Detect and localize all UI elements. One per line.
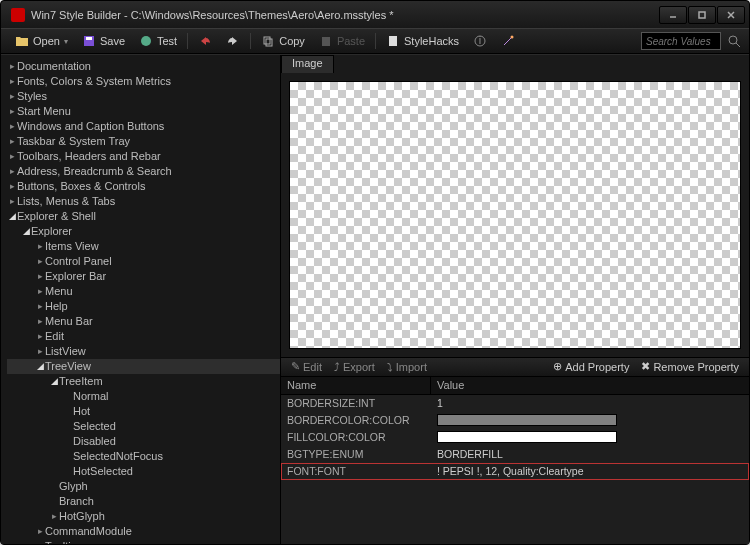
tree-item[interactable]: ◢Explorer [7,224,280,239]
tree-item[interactable]: ▸Menu [7,284,280,299]
tree-panel[interactable]: ▸Documentation▸Fonts, Colors & System Me… [1,55,281,544]
properties-list[interactable]: BORDERSIZE:INT1BORDERCOLOR:COLORFILLCOLO… [281,395,749,544]
info-button[interactable]: i [467,32,493,50]
tree-item[interactable]: ▸Taskbar & System Tray [7,134,280,149]
plus-icon: ⊕ [553,360,562,373]
tree-item[interactable]: Branch [7,494,280,509]
property-value[interactable]: BORDERFILL [431,448,749,460]
property-row[interactable]: FONT:FONT! PEPSI !, 12, Quality:Cleartyp… [281,463,749,480]
export-prop-button[interactable]: ⤴Export [330,360,379,374]
chevron-right-icon[interactable]: ▸ [7,134,17,149]
chevron-right-icon[interactable]: ▸ [35,284,45,299]
tree-item[interactable]: ◢TreeView [7,359,280,374]
tree-item-label: TreeItem [59,374,103,389]
chevron-right-icon[interactable]: ▸ [7,179,17,194]
tree-item[interactable]: ▸Edit [7,329,280,344]
tree-item[interactable]: ◢Explorer & Shell [7,209,280,224]
chevron-right-icon[interactable]: ▸ [35,524,45,539]
tree-item[interactable]: ▸CommandModule [7,524,280,539]
tree-item[interactable]: Selected [7,419,280,434]
tree-item[interactable]: ▸Tooltip [7,539,280,544]
tree-item[interactable]: ▸Styles [7,89,280,104]
property-row[interactable]: FILLCOLOR:COLOR [281,429,749,446]
chevron-right-icon[interactable]: ▸ [7,149,17,164]
color-swatch[interactable] [437,414,617,426]
tree-item[interactable]: ▸Documentation [7,59,280,74]
chevron-down-icon[interactable]: ◢ [7,209,17,224]
chevron-down-icon[interactable]: ◢ [21,224,31,239]
chevron-down-icon[interactable]: ◢ [35,359,45,374]
tree-item[interactable]: ▸Help [7,299,280,314]
col-name[interactable]: Name [281,377,431,394]
tree-item[interactable]: ▸ListView [7,344,280,359]
close-button[interactable] [717,6,745,24]
property-value[interactable] [431,431,749,443]
tree-item[interactable]: ▸Windows and Caption Buttons [7,119,280,134]
chevron-right-icon[interactable]: ▸ [7,104,17,119]
copy-button[interactable]: Copy [255,32,311,50]
chevron-right-icon[interactable]: ▸ [35,344,45,359]
tree-item[interactable]: HotSelected [7,464,280,479]
property-value[interactable]: 1 [431,397,749,409]
redo-button[interactable] [220,32,246,50]
tree-item[interactable]: ▸Fonts, Colors & System Metrics [7,74,280,89]
chevron-right-icon[interactable]: ▸ [35,314,45,329]
edit-prop-button[interactable]: ✎Edit [287,359,326,374]
search-icon[interactable] [727,34,741,48]
chevron-down-icon[interactable]: ◢ [49,374,59,389]
chevron-right-icon[interactable]: ▸ [35,239,45,254]
property-row[interactable]: BGTYPE:ENUMBORDERFILL [281,446,749,463]
tree-item[interactable]: ▸Menu Bar [7,314,280,329]
color-swatch[interactable] [437,431,617,443]
tree-item[interactable]: ▸Explorer Bar [7,269,280,284]
add-property-button[interactable]: ⊕Add Property [549,359,633,374]
image-tab[interactable]: Image [281,55,334,73]
chevron-right-icon[interactable]: ▸ [35,254,45,269]
stylehacks-button[interactable]: StyleHacks [380,32,465,50]
tree-item[interactable]: ▸Start Menu [7,104,280,119]
remove-property-button[interactable]: ✖Remove Property [637,359,743,374]
tree-item[interactable]: ▸Lists, Menus & Tabs [7,194,280,209]
property-row[interactable]: BORDERSIZE:INT1 [281,395,749,412]
chevron-right-icon[interactable]: ▸ [35,539,45,544]
chevron-right-icon[interactable]: ▸ [7,89,17,104]
chevron-right-icon[interactable]: ▸ [35,329,45,344]
property-value[interactable] [431,414,749,426]
tree-item[interactable]: Glyph [7,479,280,494]
tree-item[interactable]: ▸Items View [7,239,280,254]
test-button[interactable]: Test [133,32,183,50]
property-row[interactable]: BORDERCOLOR:COLOR [281,412,749,429]
chevron-right-icon[interactable]: ▸ [35,269,45,284]
paste-button[interactable]: Paste [313,32,371,50]
wand-button[interactable] [495,32,521,50]
save-button[interactable]: Save [76,32,131,50]
chevron-right-icon[interactable]: ▸ [7,74,17,89]
tree-item[interactable]: ▸Address, Breadcrumb & Search [7,164,280,179]
chevron-right-icon[interactable]: ▸ [7,164,17,179]
maximize-button[interactable] [688,6,716,24]
minimize-button[interactable] [659,6,687,24]
chevron-right-icon[interactable]: ▸ [49,509,59,524]
tree-item[interactable]: ▸Control Panel [7,254,280,269]
tree-item[interactable]: ▸HotGlyph [7,509,280,524]
tree-item[interactable]: SelectedNotFocus [7,449,280,464]
property-value[interactable]: ! PEPSI !, 12, Quality:Cleartype [431,465,749,477]
chevron-right-icon[interactable]: ▸ [7,194,17,209]
undo-button[interactable] [192,32,218,50]
image-preview-area[interactable] [281,73,749,357]
tree-item[interactable]: Normal [7,389,280,404]
open-button[interactable]: Open ▾ [9,32,74,50]
toolbar-separator [250,33,251,49]
tree-item[interactable]: Disabled [7,434,280,449]
tree-item[interactable]: ◢TreeItem [7,374,280,389]
tree-item[interactable]: ▸Buttons, Boxes & Controls [7,179,280,194]
import-prop-button[interactable]: ⤵Import [383,360,431,374]
col-value[interactable]: Value [431,377,470,394]
title-bar[interactable]: Win7 Style Builder - C:\Windows\Resource… [1,1,749,28]
chevron-right-icon[interactable]: ▸ [35,299,45,314]
tree-item[interactable]: ▸Toolbars, Headers and Rebar [7,149,280,164]
chevron-right-icon[interactable]: ▸ [7,119,17,134]
search-input[interactable] [641,32,721,50]
tree-item[interactable]: Hot [7,404,280,419]
chevron-right-icon[interactable]: ▸ [7,59,17,74]
